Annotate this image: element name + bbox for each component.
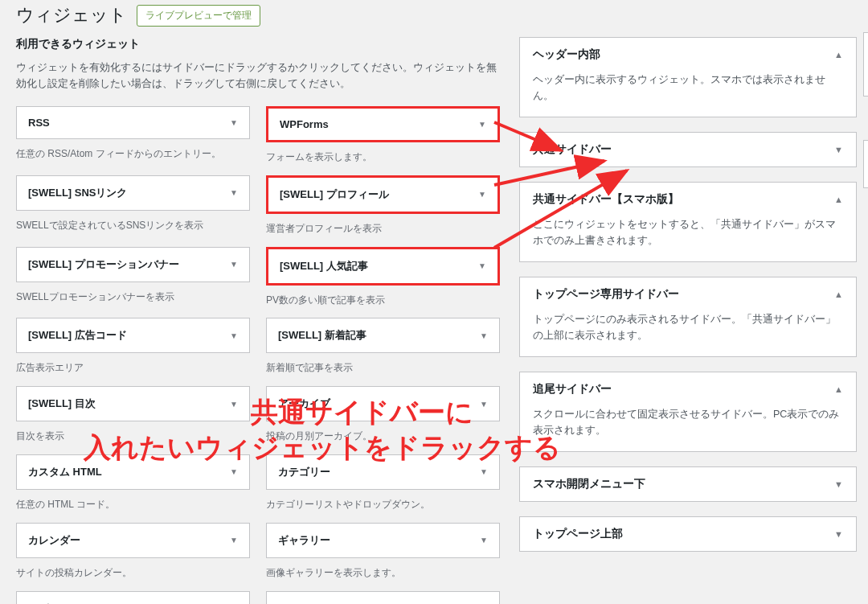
widget-area-label: ヘッダー内部 [533, 47, 600, 62]
widget-help-text: サイトの投稿カレンダー。 [16, 566, 250, 580]
widget-label: カスタム HTML [28, 465, 102, 479]
chevron-down-icon: ▼ [834, 479, 843, 489]
widget-area: 共通サイドバー【スマホ版】▲ここにウィジェットをセットすると、「共通サイドバー」… [519, 182, 857, 262]
widget-label: [SWELL] 新着記事 [278, 328, 366, 343]
widget-label: [SWELL] 目次 [28, 397, 96, 411]
chevron-down-icon: ▼ [478, 190, 486, 199]
widget-label: [SWELL] SNSリンク [28, 186, 128, 200]
widget-area-header[interactable]: 共通サイドバー【スマホ版】▲ [520, 183, 856, 216]
available-widgets-desc: ウィジェットを有効化するにはサイドバーにドラッグするかクリックしてください。ウィ… [16, 60, 500, 92]
widget-label: ギャラリー [278, 533, 330, 548]
widget-item[interactable]: カスタム HTML▼ [16, 454, 250, 490]
widget-help-text: 任意の HTML コード。 [16, 498, 250, 512]
offscreen-panel-sliver [863, 140, 868, 188]
widget-area-header[interactable]: 追尾サイドバー▲ [520, 372, 856, 406]
chevron-down-icon: ▼ [480, 331, 488, 340]
widget-area-desc: スクロールに合わせて固定表示させるサイドバー。PC表示でのみ表示されます。 [520, 406, 856, 451]
widget-area-header[interactable]: トップページ上部▼ [520, 517, 856, 551]
widget-area: トップページ専用サイドバー▲トップページにのみ表示されるサイドバー。「共通サイド… [519, 277, 857, 357]
chevron-down-icon: ▼ [230, 331, 238, 340]
widget-area: スマホ開閉メニュー下▼ [519, 466, 857, 502]
live-preview-button[interactable]: ライブプレビューで管理 [137, 5, 260, 27]
widget-area-label: スマホ開閉メニュー下 [533, 477, 645, 491]
widget-help-text: SWELLプロモーションバナーを表示 [16, 290, 250, 304]
widget-item[interactable]: テキスト▼ [266, 591, 500, 604]
widget-label: カレンダー [28, 533, 80, 548]
chevron-down-icon: ▼ [478, 120, 486, 129]
widget-area: 追尾サイドバー▲スクロールに合わせて固定表示させるサイドバー。PC表示でのみ表示… [519, 372, 857, 452]
widget-item[interactable]: アーカイブ▼ [266, 386, 500, 421]
available-widgets-title: 利用できるウィジェット [16, 37, 500, 51]
widget-area-desc: ここにウィジェットをセットすると、「共通サイドバー」がスマホでのみ上書きされます… [520, 216, 856, 261]
widget-area-desc: トップページにのみ表示されるサイドバー。「共通サイドバー」の上部に表示されます。 [520, 311, 856, 356]
chevron-down-icon: ▼ [230, 400, 238, 409]
widget-label: RSS [28, 117, 50, 129]
widget-area-header[interactable]: スマホ開閉メニュー下▼ [520, 467, 856, 501]
widget-item[interactable]: [SWELL] プロモーションバナー▼ [16, 247, 250, 282]
widget-label: [SWELL] 人気記事 [280, 259, 368, 273]
widget-label: [SWELL] 広告コード [28, 328, 127, 343]
chevron-down-icon: ▼ [230, 467, 238, 476]
widget-item[interactable]: [SWELL] プロフィール▼ [266, 175, 500, 214]
offscreen-panel-sliver [863, 32, 868, 97]
widget-label: テキスト [278, 602, 320, 604]
widget-area-label: 共通サイドバー [533, 142, 612, 157]
chevron-up-icon: ▲ [834, 290, 843, 299]
widget-help-text: 画像ギャラリーを表示します。 [266, 566, 500, 580]
widget-help-text: カテゴリーリストやドロップダウン。 [266, 498, 500, 512]
chevron-down-icon: ▼ [480, 400, 488, 409]
widget-area-header[interactable]: 共通サイドバー▼ [520, 133, 856, 166]
widget-label: アーカイブ [278, 397, 330, 411]
widget-help-text: 投稿の月別アーカイブ。 [266, 429, 500, 443]
widget-item[interactable]: RSS▼ [16, 106, 250, 139]
widget-area-label: トップページ専用サイドバー [533, 287, 679, 302]
widget-label: タグクラウド [28, 602, 91, 604]
widget-help-text: 目次を表示 [16, 429, 250, 443]
widget-area: 共通サイドバー▼ [519, 132, 857, 167]
chevron-down-icon: ▼ [480, 467, 488, 476]
chevron-down-icon: ▼ [230, 188, 238, 197]
widget-help-text: 広告表示エリア [16, 361, 250, 375]
widget-item[interactable]: [SWELL] 目次▼ [16, 386, 250, 421]
widget-help-text: 任意の RSS/Atom フィードからのエントリー。 [16, 147, 250, 161]
widget-area: トップページ上部▼ [519, 516, 857, 552]
widget-item[interactable]: [SWELL] SNSリンク▼ [16, 175, 250, 211]
widget-item[interactable]: WPForms▼ [266, 106, 500, 142]
widget-item[interactable]: カテゴリー▼ [266, 454, 500, 490]
chevron-down-icon: ▼ [478, 261, 486, 270]
widget-label: [SWELL] プロモーションバナー [28, 257, 179, 272]
chevron-up-icon: ▲ [834, 195, 843, 204]
chevron-down-icon: ▼ [230, 260, 238, 269]
widget-area-label: 共通サイドバー【スマホ版】 [533, 192, 679, 207]
widget-item[interactable]: [SWELL] 人気記事▼ [266, 247, 500, 286]
chevron-up-icon: ▲ [834, 384, 843, 394]
widget-item[interactable]: タグクラウド▼ [16, 591, 250, 604]
page-title: ウィジェット [16, 3, 127, 27]
widget-item[interactable]: [SWELL] 新着記事▼ [266, 318, 500, 353]
widget-item[interactable]: [SWELL] 広告コード▼ [16, 318, 250, 353]
widget-help-text: 新着順で記事を表示 [266, 361, 500, 375]
widget-area-header[interactable]: トップページ専用サイドバー▲ [520, 277, 856, 311]
widget-area-label: 追尾サイドバー [533, 382, 612, 397]
widget-help-text: フォームを表示します。 [266, 150, 500, 164]
widget-help-text: SWELLで設定されているSNSリンクを表示 [16, 219, 250, 232]
widget-area-label: トップページ上部 [533, 527, 623, 541]
chevron-up-icon: ▲ [834, 50, 843, 60]
widget-item[interactable]: ギャラリー▼ [266, 523, 500, 558]
widget-help-text: 運営者プロフィールを表示 [266, 222, 500, 236]
chevron-down-icon: ▼ [230, 536, 238, 544]
widget-item[interactable]: カレンダー▼ [16, 523, 250, 558]
chevron-down-icon: ▼ [834, 145, 843, 154]
widget-label: [SWELL] プロフィール [280, 187, 389, 202]
widget-label: カテゴリー [278, 465, 330, 479]
widget-area-desc: ヘッダー内に表示するウィジェット。スマホでは表示されません。 [520, 72, 856, 117]
widget-help-text: PV数の多い順で記事を表示 [266, 294, 500, 307]
widget-label: WPForms [280, 118, 329, 130]
chevron-down-icon: ▼ [230, 118, 238, 127]
widget-area-header[interactable]: ヘッダー内部▲ [520, 38, 856, 72]
chevron-down-icon: ▼ [480, 536, 488, 544]
chevron-down-icon: ▼ [834, 529, 843, 539]
widget-area: ヘッダー内部▲ヘッダー内に表示するウィジェット。スマホでは表示されません。 [519, 37, 857, 117]
